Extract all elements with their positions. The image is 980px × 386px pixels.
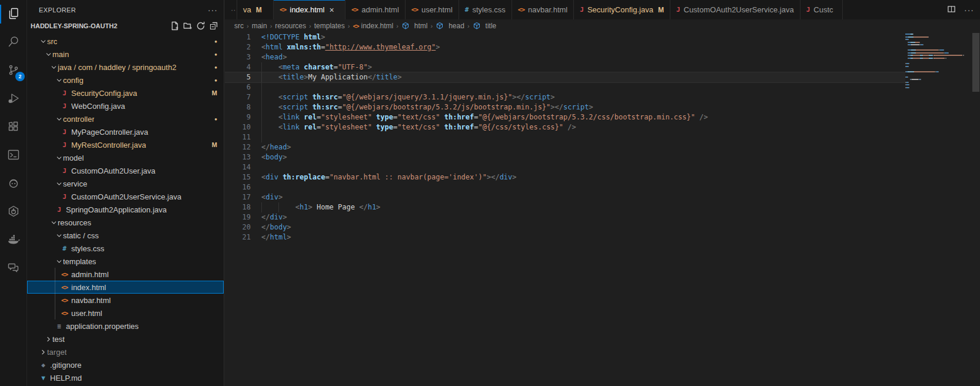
- activitybar-search[interactable]: [0, 28, 27, 56]
- line-number[interactable]: 13: [225, 152, 251, 162]
- line-number[interactable]: 15: [225, 172, 251, 182]
- code-line-13[interactable]: 13<body>: [225, 152, 905, 162]
- tree-item-test[interactable]: test: [27, 332, 224, 345]
- more-actions-icon[interactable]: ···: [964, 5, 974, 15]
- tab-admin.html[interactable]: <>admin.html: [346, 0, 406, 19]
- tab-navbar.html[interactable]: <>navbar.html: [512, 0, 574, 19]
- tree-item-customoauth2user.java[interactable]: JCustomOAuth2User.java: [27, 164, 224, 177]
- line-number[interactable]: 20: [225, 222, 251, 232]
- line-number[interactable]: 6: [225, 82, 251, 92]
- activitybar-run-debug[interactable]: [0, 85, 27, 113]
- split-editor-button[interactable]: [947, 5, 956, 15]
- close-icon[interactable]: ×: [330, 6, 334, 14]
- chevron-down-icon[interactable]: [55, 231, 63, 240]
- activitybar-extensions[interactable]: [0, 113, 27, 141]
- tree-item-securityconfig.java[interactable]: JSecurityConfig.javaM: [27, 86, 224, 99]
- tree-item-admin.html[interactable]: <>admin.html: [27, 268, 224, 281]
- tree-item-controller[interactable]: controller●: [27, 112, 224, 125]
- breadcrumb-head[interactable]: head: [436, 22, 464, 30]
- tree-item-main[interactable]: main●: [27, 48, 224, 61]
- activitybar-spring-boot-dashboard[interactable]: [0, 198, 27, 226]
- breadcrumb-main[interactable]: main: [252, 22, 267, 30]
- tab-custc[interactable]: JCustc: [800, 0, 843, 19]
- tree-item-.gitignore[interactable]: ◆.gitignore: [27, 358, 224, 371]
- line-number[interactable]: 21: [225, 232, 251, 242]
- line-number[interactable]: 8: [225, 102, 251, 112]
- tab-user.html[interactable]: <>user.html: [406, 0, 459, 19]
- line-number[interactable]: 3: [225, 52, 251, 62]
- chevron-down-icon[interactable]: [49, 62, 58, 72]
- chevron-right-icon[interactable]: [44, 334, 52, 344]
- code-line-17[interactable]: 17<div>: [225, 192, 905, 202]
- tab-index.html[interactable]: <>index.html×: [274, 0, 346, 19]
- code-line-9[interactable]: 9 <link rel="stylesheet" type="text/css"…: [225, 112, 905, 122]
- chevron-down-icon[interactable]: [55, 179, 63, 188]
- code-line-15[interactable]: 15<div th:replace="navbar.html :: navbar…: [225, 172, 905, 182]
- tree-item-service[interactable]: service: [27, 177, 224, 190]
- chevron-down-icon[interactable]: [39, 36, 47, 46]
- line-number[interactable]: 11: [225, 132, 251, 142]
- tab-styles.css[interactable]: #styles.css: [459, 0, 512, 19]
- minimap[interactable]: [905, 32, 971, 362]
- code-line-21[interactable]: 21</html>: [225, 232, 905, 242]
- refresh-button[interactable]: [194, 20, 207, 32]
- scrollbar-thumb[interactable]: [972, 33, 979, 92]
- code-line-3[interactable]: 3<head>: [225, 52, 905, 62]
- line-number[interactable]: 14: [225, 162, 251, 172]
- tree-item-templates[interactable]: templates: [27, 255, 224, 268]
- activitybar-comments[interactable]: [0, 254, 27, 282]
- line-number[interactable]: 4: [225, 62, 251, 72]
- tree-item-model[interactable]: model: [27, 151, 224, 164]
- breadcrumb-html[interactable]: html: [401, 22, 428, 30]
- tab-va[interactable]: vaM: [237, 0, 274, 19]
- tree-item-styles.css[interactable]: #styles.css: [27, 242, 224, 255]
- activitybar-copilot[interactable]: [0, 169, 27, 198]
- activitybar-source-control[interactable]: 2: [0, 56, 27, 85]
- code-line-2[interactable]: 2<html xmlns:th="http://www.thymeleaf.or…: [225, 42, 905, 52]
- tree-item-java-com-haddley-springoauth2[interactable]: java / com / haddley / springoauth2●: [27, 61, 224, 74]
- chevron-down-icon[interactable]: [55, 114, 63, 124]
- chevron-down-icon[interactable]: [55, 75, 63, 85]
- tree-item-navbar.html[interactable]: <>navbar.html: [27, 294, 224, 307]
- line-number[interactable]: 5: [225, 72, 251, 82]
- tree-item-springoauth2application.java[interactable]: JSpringOauth2Application.java: [27, 203, 224, 216]
- tree-item-webconfig.java[interactable]: JWebConfig.java: [27, 99, 224, 112]
- project-root-row[interactable]: HADDLEY-SPRING-OAUTH2: [27, 19, 224, 32]
- line-number[interactable]: 16: [225, 182, 251, 192]
- line-number[interactable]: 9: [225, 112, 251, 122]
- line-number[interactable]: 1: [225, 32, 251, 42]
- code-line-10[interactable]: 10 <link rel="stylesheet" type="text/css…: [225, 122, 905, 132]
- explorer-more-button[interactable]: ···: [208, 5, 218, 15]
- code-line-16[interactable]: 16: [225, 182, 905, 192]
- tree-item-src[interactable]: src●: [27, 35, 224, 48]
- tree-item-index.html[interactable]: <>index.html: [27, 281, 224, 294]
- tab--[interactable]: ··: [225, 0, 237, 19]
- line-number[interactable]: 2: [225, 42, 251, 52]
- chevron-down-icon[interactable]: [49, 218, 58, 227]
- chevron-down-icon[interactable]: [55, 257, 63, 266]
- chevron-down-icon[interactable]: [44, 49, 52, 59]
- breadcrumb-title[interactable]: title: [473, 22, 497, 30]
- new-folder-button[interactable]: [181, 20, 194, 32]
- collapse-all-button[interactable]: [207, 20, 220, 32]
- tree-item-customoauth2userservice.java[interactable]: JCustomOAuth2UserService.java: [27, 190, 224, 203]
- breadcrumb-index.html[interactable]: <>index.html: [353, 22, 393, 30]
- tree-item-mypagecontroller.java[interactable]: JMyPageController.java: [27, 125, 224, 138]
- chevron-right-icon[interactable]: [39, 347, 47, 357]
- chevron-down-icon[interactable]: [55, 153, 63, 162]
- code-line-7[interactable]: 7 <script th:src="@{/webjars/jquery/3.1.…: [225, 92, 905, 102]
- tree-item-user.html[interactable]: <>user.html: [27, 307, 224, 320]
- activitybar-terminal[interactable]: [0, 141, 27, 169]
- code-line-11[interactable]: 11: [225, 132, 905, 142]
- code-line-19[interactable]: 19</div>: [225, 212, 905, 222]
- tree-item-config[interactable]: config●: [27, 74, 224, 86]
- tree-item-application.properties[interactable]: ≡application.properties: [27, 320, 224, 332]
- tree-item-myrestcontroller.java[interactable]: JMyRestController.javaM: [27, 138, 224, 151]
- code-editor[interactable]: 1<!DOCTYPE html>2<html xmlns:th="http://…: [225, 32, 980, 242]
- tree-item-target[interactable]: target: [27, 345, 224, 358]
- activitybar-docker[interactable]: [0, 226, 27, 254]
- code-line-6[interactable]: 6: [225, 82, 905, 92]
- tree-item-help.md[interactable]: ▼HELP.md: [27, 371, 224, 384]
- breadcrumb-templates[interactable]: templates: [314, 22, 345, 30]
- new-file-button[interactable]: [168, 20, 181, 32]
